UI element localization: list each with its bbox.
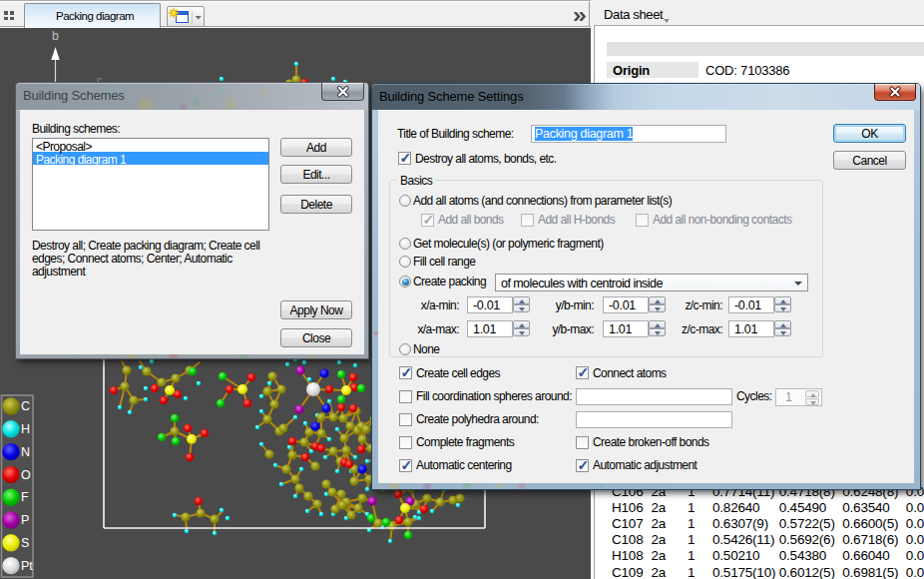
- svg-text:S: S: [21, 536, 29, 550]
- svg-text:P: P: [21, 513, 29, 527]
- svg-text:Pt: Pt: [21, 559, 33, 573]
- svg-text:C: C: [21, 399, 30, 413]
- svg-text:b: b: [52, 29, 59, 43]
- svg-text:F: F: [21, 490, 29, 504]
- svg-text:O: O: [21, 468, 31, 482]
- svg-text:H: H: [21, 422, 30, 436]
- svg-text:N: N: [21, 445, 30, 459]
